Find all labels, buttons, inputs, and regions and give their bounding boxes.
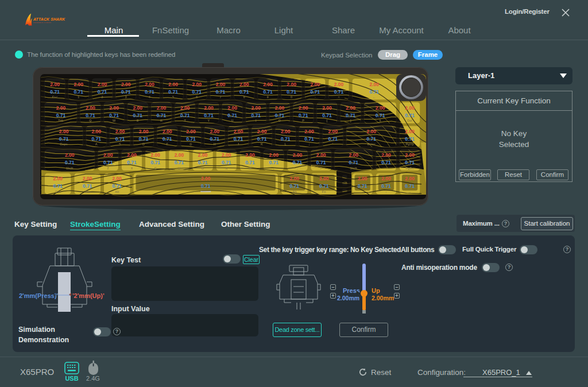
- svg-text:3: 3: [125, 95, 127, 99]
- svg-text:0.71: 0.71: [145, 89, 154, 95]
- svg-text:0.71: 0.71: [370, 89, 380, 95]
- svg-text:2.00: 2.00: [376, 105, 385, 111]
- svg-text:9: 9: [267, 95, 269, 99]
- svg-text:0.71: 0.71: [381, 160, 391, 165]
- svg-text:0.71: 0.71: [239, 89, 249, 95]
- svg-text:7: 7: [219, 95, 221, 99]
- svg-text:2.00: 2.00: [127, 152, 137, 158]
- svg-text:H: H: [214, 142, 216, 146]
- svg-text:0.71: 0.71: [103, 160, 113, 165]
- svg-text:2.00: 2.00: [252, 105, 261, 111]
- svg-text:0.71: 0.71: [121, 89, 131, 95]
- svg-text:2.00: 2.00: [204, 105, 214, 111]
- svg-text:ATTACK SHARK: ATTACK SHARK: [33, 17, 65, 21]
- svg-text:2.00: 2.00: [150, 152, 160, 158]
- svg-text:Y: Y: [208, 119, 210, 122]
- svg-text:0.71: 0.71: [50, 89, 60, 95]
- svg-text:R: R: [160, 119, 163, 122]
- svg-text:←: ←: [373, 95, 376, 99]
- svg-text:N: N: [225, 167, 227, 170]
- svg-text:0.71: 0.71: [168, 89, 178, 95]
- svg-text:→: →: [408, 190, 412, 194]
- svg-text:\\: \\: [380, 119, 382, 122]
- svg-text:0.71: 0.71: [74, 89, 84, 95]
- svg-text:D: D: [142, 142, 145, 146]
- svg-text:8: 8: [243, 95, 245, 99]
- svg-text:2.00: 2.00: [405, 176, 415, 181]
- svg-text:B: B: [202, 167, 204, 170]
- svg-text:↑: ↑: [385, 167, 387, 170]
- svg-text:2.00: 2.00: [245, 152, 255, 158]
- svg-text:2.00: 2.00: [91, 129, 101, 134]
- svg-text:0.71: 0.71: [222, 160, 231, 165]
- svg-text:2.00: 2.00: [53, 176, 63, 181]
- svg-text:Del: Del: [407, 119, 412, 122]
- svg-text:PgDn: PgDn: [405, 167, 414, 170]
- svg-text:2.00: 2.00: [311, 82, 320, 87]
- svg-text:S: S: [119, 142, 121, 146]
- svg-text:0.71: 0.71: [319, 183, 329, 189]
- svg-text:2.00: 2.00: [56, 105, 66, 111]
- svg-text:0.71: 0.71: [234, 136, 243, 142]
- svg-text:2.00: 2.00: [366, 129, 376, 134]
- svg-text:2.00: 2.00: [175, 152, 184, 158]
- svg-text:2.00: 2.00: [157, 105, 167, 111]
- svg-text:2.00: 2.00: [299, 105, 308, 111]
- svg-text:2.00: 2.00: [210, 129, 219, 134]
- svg-text:2.00: 2.00: [234, 129, 243, 134]
- svg-text:2.00: 2.00: [319, 176, 329, 181]
- svg-text:W: W: [113, 119, 116, 122]
- svg-text:2.00: 2.00: [216, 82, 226, 87]
- svg-text:0.71: 0.71: [316, 160, 326, 165]
- svg-text:2.00: 2.00: [287, 82, 296, 87]
- svg-text:2.00: 2.00: [98, 82, 107, 87]
- svg-text:O: O: [278, 119, 281, 122]
- svg-text:2.00: 2.00: [349, 152, 358, 158]
- svg-text:0.71: 0.71: [115, 136, 125, 142]
- svg-text:0.71: 0.71: [157, 113, 167, 118]
- svg-text:2.00: 2.00: [222, 152, 231, 158]
- svg-text:0.71: 0.71: [281, 136, 291, 142]
- svg-text:2.00: 2.00: [180, 105, 190, 111]
- svg-text:0.71: 0.71: [59, 136, 69, 142]
- svg-text:2.00: 2.00: [121, 82, 131, 87]
- svg-text:0.71: 0.71: [65, 160, 75, 165]
- svg-text:2.00: 2.00: [290, 176, 300, 181]
- svg-text:0.71: 0.71: [405, 113, 415, 118]
- svg-text:0.71: 0.71: [269, 160, 278, 165]
- svg-text:0.71: 0.71: [263, 89, 273, 95]
- svg-text:0.71: 0.71: [180, 113, 190, 118]
- svg-text:0: 0: [291, 95, 292, 99]
- svg-text:A: A: [95, 142, 98, 146]
- svg-text:2: 2: [101, 95, 103, 99]
- svg-text:2.00: 2.00: [74, 82, 84, 87]
- svg-text:U: U: [231, 119, 234, 122]
- svg-text:E: E: [137, 119, 139, 122]
- svg-text:0.71: 0.71: [275, 113, 285, 118]
- svg-text:2.00: 2.00: [186, 129, 196, 134]
- svg-text:0.71: 0.71: [287, 89, 296, 95]
- svg-text:2.00: 2.00: [103, 152, 113, 158]
- svg-text:2.00: 2.00: [405, 152, 415, 158]
- svg-text:Win: Win: [84, 190, 91, 194]
- svg-text:0.71: 0.71: [366, 136, 376, 142]
- svg-text:2.00: 2.00: [115, 129, 125, 134]
- svg-text:2.00: 2.00: [269, 152, 278, 158]
- svg-text:2.00: 2.00: [86, 105, 95, 111]
- svg-text:2.00: 2.00: [109, 105, 119, 111]
- svg-text:0.71: 0.71: [376, 113, 385, 118]
- svg-text:0.71: 0.71: [83, 183, 92, 189]
- svg-text:;: ;: [309, 142, 310, 146]
- svg-text:POWERED BY PASSION: POWERED BY PASSION: [33, 22, 51, 24]
- svg-text:2.00: 2.00: [405, 129, 415, 134]
- svg-text:0.71: 0.71: [192, 89, 202, 95]
- svg-text:Enter: Enter: [368, 142, 376, 146]
- svg-text:0.71: 0.71: [98, 89, 107, 95]
- svg-text:2.00: 2.00: [322, 105, 332, 111]
- svg-text:2.00: 2.00: [304, 129, 314, 134]
- svg-text:0.71: 0.71: [257, 136, 267, 142]
- svg-text:0.71: 0.71: [86, 113, 95, 118]
- svg-text:0.71: 0.71: [56, 113, 66, 118]
- svg-text:-: -: [315, 95, 316, 99]
- svg-text:2.00: 2.00: [59, 129, 69, 134]
